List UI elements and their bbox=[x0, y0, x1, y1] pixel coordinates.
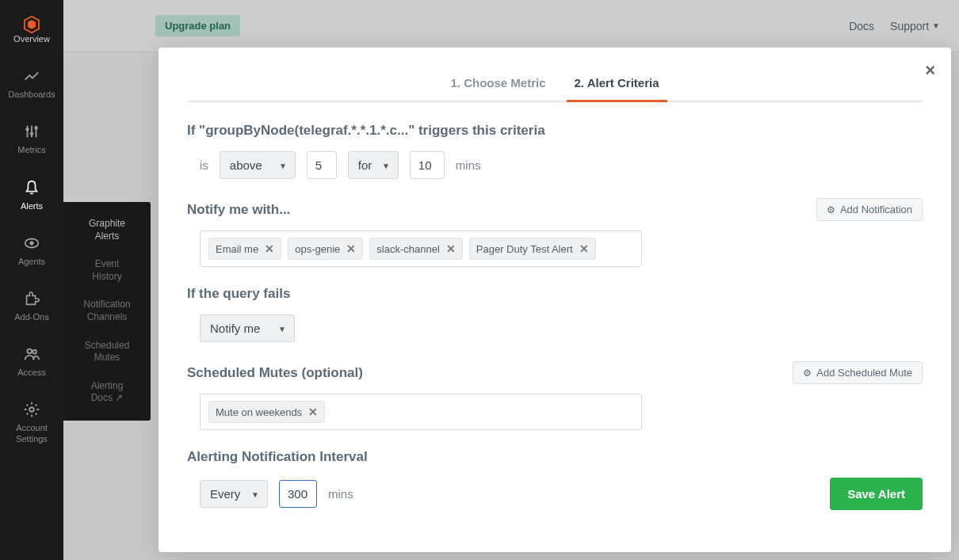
interval-title: Alerting Notification Interval bbox=[187, 449, 923, 465]
sidebar-item-label: Access bbox=[17, 368, 45, 378]
query-fail-select[interactable]: Notify me bbox=[200, 314, 295, 342]
eye-icon bbox=[22, 234, 41, 253]
sidebar-item-addons[interactable]: Add-Ons bbox=[0, 278, 63, 333]
mute-tags[interactable]: Mute on weekends ✕ bbox=[200, 394, 642, 430]
svg-point-11 bbox=[28, 349, 32, 354]
mute-tag: Mute on weekends ✕ bbox=[208, 401, 325, 423]
sidebar-item-metrics[interactable]: Metrics bbox=[0, 111, 63, 166]
sidebar-item-agents[interactable]: Agents bbox=[0, 223, 63, 278]
interval-mode-value: Every bbox=[210, 487, 240, 501]
duration-unit-label: mins bbox=[456, 158, 481, 172]
sidebar-item-label: Account Settings bbox=[16, 423, 48, 444]
gear-icon: ⚙ bbox=[827, 204, 835, 215]
sidebar-item-label: Dashboards bbox=[8, 90, 55, 100]
add-mute-label: Add Scheduled Mute bbox=[816, 367, 912, 379]
svg-point-13 bbox=[29, 408, 34, 413]
tag-label: slack-channel bbox=[376, 243, 440, 255]
sliders-icon bbox=[22, 122, 41, 141]
svg-point-10 bbox=[30, 241, 34, 245]
remove-tag-icon[interactable]: ✕ bbox=[346, 242, 356, 255]
sidebar-item-label: Agents bbox=[18, 257, 45, 267]
modal-tabs: 1. Choose Metric 2. Alert Criteria bbox=[187, 67, 923, 102]
add-scheduled-mute-button[interactable]: ⚙ Add Scheduled Mute bbox=[793, 361, 923, 384]
query-fail-title: If the query fails bbox=[187, 286, 923, 302]
tag-label: Email me bbox=[216, 243, 258, 255]
gear-icon bbox=[22, 400, 41, 419]
add-notification-label: Add Notification bbox=[840, 204, 912, 215]
query-fail-section: If the query fails Notify me bbox=[187, 286, 923, 342]
notification-tag: ops-genie ✕ bbox=[288, 238, 363, 260]
criteria-section: If "groupByNode(telegraf.*.*.1.*.c..." t… bbox=[187, 123, 923, 179]
chart-line-icon bbox=[22, 67, 41, 86]
bell-icon bbox=[22, 178, 41, 197]
puzzle-icon bbox=[22, 289, 41, 308]
svg-point-12 bbox=[32, 350, 36, 354]
gear-icon: ⚙ bbox=[803, 368, 812, 379]
tag-label: ops-genie bbox=[295, 243, 340, 255]
mutes-title: Scheduled Mutes (optional) bbox=[187, 365, 363, 381]
notification-tags[interactable]: Email me ✕ ops-genie ✕ slack-channel ✕ P… bbox=[200, 230, 642, 267]
interval-unit-label: mins bbox=[328, 487, 353, 501]
for-select[interactable]: for bbox=[348, 151, 399, 179]
query-fail-value: Notify me bbox=[210, 322, 260, 335]
sidebar-item-label: Alerts bbox=[21, 201, 43, 211]
svg-point-5 bbox=[26, 128, 29, 131]
svg-point-6 bbox=[30, 132, 33, 135]
notification-tag: slack-channel ✕ bbox=[369, 238, 463, 260]
interval-value-input[interactable] bbox=[279, 480, 317, 508]
svg-point-7 bbox=[35, 127, 38, 130]
criteria-title: If "groupByNode(telegraf.*.*.1.*.c..." t… bbox=[187, 123, 923, 139]
duration-input[interactable] bbox=[410, 151, 445, 179]
interval-mode-select[interactable]: Every bbox=[200, 480, 268, 508]
tag-label: Pager Duty Test Alert bbox=[476, 243, 573, 255]
sidebar-item-account-settings[interactable]: Account Settings bbox=[0, 389, 63, 455]
notify-title: Notify me with... bbox=[187, 202, 290, 218]
threshold-input[interactable] bbox=[307, 151, 337, 179]
notification-tag: Email me ✕ bbox=[208, 238, 281, 260]
sidebar-item-label: Add-Ons bbox=[14, 312, 48, 322]
save-alert-button[interactable]: Save Alert bbox=[830, 478, 923, 510]
notify-section: Notify me with... ⚙ Add Notification Ema… bbox=[187, 198, 923, 267]
remove-tag-icon[interactable]: ✕ bbox=[265, 242, 274, 255]
sidebar-item-label: Metrics bbox=[17, 145, 45, 155]
sidebar-item-overview[interactable]: Overview bbox=[0, 0, 63, 55]
svg-marker-1 bbox=[28, 21, 36, 29]
interval-section: Alerting Notification Interval Every min… bbox=[187, 449, 923, 510]
tab-choose-metric[interactable]: 1. Choose Metric bbox=[447, 67, 548, 101]
mutes-section: Scheduled Mutes (optional) ⚙ Add Schedul… bbox=[187, 361, 923, 430]
sidebar-item-access[interactable]: Access bbox=[0, 333, 63, 389]
add-notification-button[interactable]: ⚙ Add Notification bbox=[816, 198, 923, 221]
remove-tag-icon[interactable]: ✕ bbox=[579, 242, 589, 255]
remove-tag-icon[interactable]: ✕ bbox=[308, 406, 318, 418]
sidebar: Overview Dashboards Metrics Alerts Agent… bbox=[0, 0, 63, 560]
is-label: is bbox=[200, 158, 208, 172]
tab-alert-criteria[interactable]: 2. Alert Criteria bbox=[571, 67, 663, 101]
remove-tag-icon[interactable]: ✕ bbox=[446, 242, 456, 255]
for-label: for bbox=[358, 158, 373, 172]
comparator-value: above bbox=[230, 158, 262, 172]
notification-tag: Pager Duty Test Alert ✕ bbox=[469, 238, 596, 260]
tag-label: Mute on weekends bbox=[216, 406, 302, 418]
close-icon[interactable]: × bbox=[925, 60, 935, 81]
sidebar-item-alerts[interactable]: Alerts bbox=[0, 167, 63, 223]
users-icon bbox=[22, 345, 41, 364]
alert-modal: × 1. Choose Metric 2. Alert Criteria If … bbox=[159, 48, 951, 552]
comparator-select[interactable]: above bbox=[220, 151, 296, 179]
sidebar-item-label: Overview bbox=[13, 34, 50, 44]
logo-icon bbox=[22, 11, 41, 30]
sidebar-item-dashboards[interactable]: Dashboards bbox=[0, 55, 63, 111]
